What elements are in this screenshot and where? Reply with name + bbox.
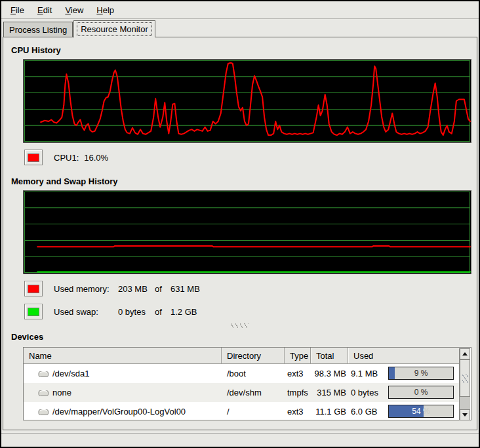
statusbar	[1, 433, 479, 447]
device-total: 11.1 GB	[311, 407, 348, 417]
arrow-up-icon	[462, 352, 468, 356]
swap-color-button[interactable]	[24, 304, 43, 319]
table-row-dev-sda1[interactable]: /dev/sda1 /boot ext3 98.3 MB 9.1 MB 9 % …	[24, 364, 460, 383]
scrollbar-thumb[interactable]	[460, 359, 470, 397]
device-total: 98.3 MB	[311, 369, 348, 378]
column-header-directory[interactable]: Directory	[222, 348, 285, 364]
memory-of-text: of	[155, 284, 170, 294]
memory-swap-title: Memory and Swap History	[11, 176, 477, 186]
scroll-up-button[interactable]	[460, 348, 470, 359]
system-monitor-window: File Edit View Help Process Listing Reso…	[0, 0, 480, 448]
memory-swap-chart	[24, 191, 471, 274]
device-type: ext3	[285, 407, 311, 417]
devices-scrollbar[interactable]	[459, 348, 470, 420]
memory-total-value: 631 MB	[170, 284, 200, 294]
device-directory: /dev/shm	[222, 388, 285, 397]
tab-resource-monitor[interactable]: Resource Monitor	[73, 20, 155, 37]
device-directory: /	[222, 407, 285, 417]
usage-percent-label: 9 %	[389, 367, 453, 379]
cpu-history-title: CPU History	[11, 45, 477, 55]
disk-icon	[38, 407, 49, 416]
menu-help[interactable]: Help	[90, 3, 121, 18]
device-name: none	[52, 388, 71, 397]
scroll-down-button[interactable]	[460, 409, 470, 420]
tab-bar: Process Listing Resource Monitor	[1, 19, 479, 37]
table-row-volgroup[interactable]: /dev/mapper/VolGroup00-LogVol00 / ext3 1…	[24, 402, 460, 421]
menubar: File Edit View Help	[1, 1, 479, 19]
arrow-down-icon	[462, 413, 468, 417]
device-name: /dev/mapper/VolGroup00-LogVol00	[52, 407, 186, 417]
device-total: 315 MB	[311, 388, 348, 397]
memory-color-swatch	[28, 285, 39, 293]
disk-icon	[38, 369, 49, 378]
swap-total-value: 1.2 GB	[170, 307, 197, 317]
usage-progress-bar: 54 % 54 %	[388, 405, 454, 418]
cpu1-legend-label: CPU1:	[54, 153, 79, 163]
memory-color-button[interactable]	[24, 281, 43, 296]
device-used: 0 bytes	[351, 388, 378, 397]
device-used: 9.1 MB	[351, 369, 378, 378]
device-name: /dev/sda1	[52, 369, 89, 378]
tab-resource-monitor-label: Resource Monitor	[77, 22, 152, 36]
column-header-type[interactable]: Type	[285, 348, 311, 364]
usage-percent-label: 0 %	[389, 386, 453, 398]
device-type: tmpfs	[285, 388, 311, 397]
devices-table-header: Name Directory Type Total Used	[24, 348, 471, 364]
memory-legend-label: Used memory:	[54, 284, 118, 294]
scrollbar-grip-icon	[462, 374, 468, 383]
cpu-history-graph	[23, 59, 471, 143]
menu-file[interactable]: File	[4, 3, 31, 18]
column-header-total[interactable]: Total	[311, 348, 348, 364]
memory-used-value: 203 MB	[118, 284, 155, 294]
devices-title: Devices	[11, 332, 477, 342]
swap-legend: Used swap: 0 bytes of 1.2 GB	[24, 304, 477, 319]
memory-swap-graph	[23, 190, 471, 274]
tab-process-listing[interactable]: Process Listing	[3, 22, 73, 37]
swap-color-swatch	[28, 308, 39, 316]
memory-legend: Used memory: 203 MB of 631 MB	[24, 281, 477, 296]
devices-table: Name Directory Type Total Used /dev/sda1…	[23, 347, 471, 420]
cpu-history-chart	[24, 60, 471, 142]
usage-progress-bar: 9 % 9 %	[388, 367, 454, 380]
menu-edit[interactable]: Edit	[31, 3, 58, 18]
cpu1-legend-value: 16.0%	[84, 153, 108, 163]
swap-legend-label: Used swap:	[54, 307, 118, 317]
device-used: 6.0 GB	[351, 407, 377, 417]
resource-monitor-page: CPU History CPU1: 16.0% Memory and Swap …	[3, 37, 477, 430]
usage-progress-fill: 54 %	[389, 405, 424, 417]
tab-process-listing-label: Process Listing	[9, 25, 67, 35]
cpu1-color-swatch	[28, 153, 39, 162]
pane-resize-grip[interactable]	[231, 323, 249, 328]
column-header-name[interactable]: Name	[24, 348, 222, 364]
usage-progress-fill: 9 %	[389, 367, 395, 379]
cpu1-color-button[interactable]	[24, 150, 43, 165]
disk-icon	[38, 388, 49, 397]
device-directory: /boot	[222, 369, 285, 378]
table-row-none[interactable]: none /dev/shm tmpfs 315 MB 0 bytes 0 % 0…	[24, 383, 460, 402]
menu-view[interactable]: View	[58, 3, 90, 18]
cpu-legend: CPU1: 16.0%	[24, 150, 477, 165]
column-header-used[interactable]: Used	[348, 348, 460, 364]
usage-progress-bar: 0 % 0 %	[388, 386, 454, 399]
device-type: ext3	[285, 369, 311, 378]
swap-of-text: of	[155, 307, 170, 317]
swap-used-value: 0 bytes	[118, 307, 155, 317]
